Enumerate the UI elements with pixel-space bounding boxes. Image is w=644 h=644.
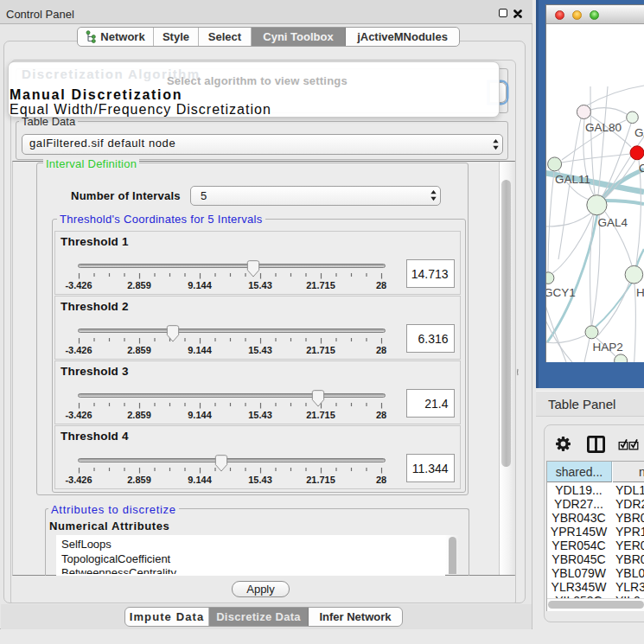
svg-text:HAP2: HAP2: [593, 341, 623, 354]
svg-text:GCY1: GCY1: [546, 286, 576, 299]
svg-text:GAL11: GAL11: [555, 173, 590, 186]
svg-text:GAL80: GAL80: [585, 121, 622, 134]
svg-text:GA: GA: [634, 126, 644, 139]
svg-text:C: C: [639, 162, 644, 175]
svg-text:H: H: [636, 286, 644, 299]
svg-text:GAL4: GAL4: [598, 216, 628, 229]
